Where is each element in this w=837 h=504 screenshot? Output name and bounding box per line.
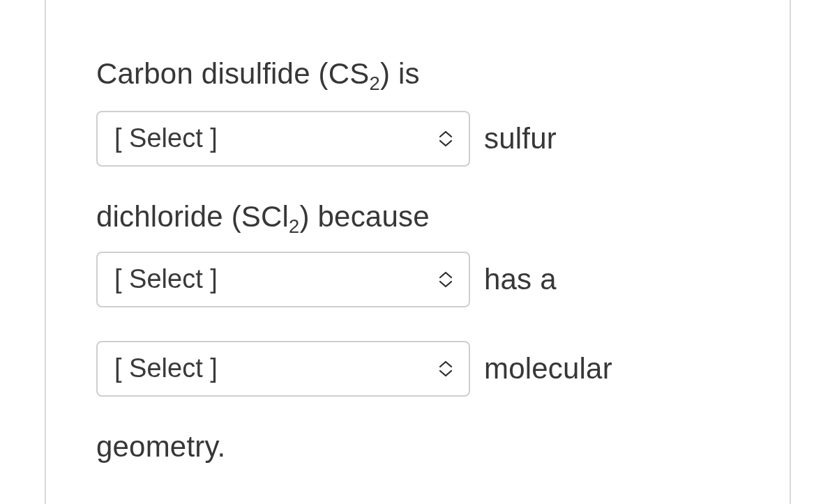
select-placeholder-text: [ Select ] (114, 123, 218, 153)
text-after-select-1: sulfur (484, 124, 557, 153)
question-line-3: geometry. (96, 430, 739, 464)
chevron-up-down-icon (438, 271, 453, 288)
chevron-up-down-icon (438, 360, 453, 377)
subscript: 2 (289, 215, 299, 237)
select-dropdown-3[interactable]: [ Select ] (96, 341, 470, 397)
select-dropdown-1[interactable]: [ Select ] (96, 111, 470, 167)
text-after-select-2: has a (484, 265, 557, 294)
text-fragment: ) is (380, 57, 420, 90)
question-container: Carbon disulfide (CS2) is [ Select ] sul… (45, 0, 791, 504)
select-placeholder-text: [ Select ] (114, 353, 218, 383)
select-row-1: [ Select ] sulfur (96, 111, 739, 167)
subscript: 2 (370, 72, 380, 94)
question-line-1: Carbon disulfide (CS2) is (96, 56, 739, 93)
question-line-2: dichloride (SCl2) because (96, 200, 739, 234)
text-after-select-3: molecular (484, 354, 612, 383)
select-row-3: [ Select ] molecular (96, 341, 739, 397)
select-row-2: [ Select ] has a (96, 252, 739, 307)
select-dropdown-2[interactable]: [ Select ] (96, 252, 470, 307)
text-fragment: dichloride (SCl (96, 200, 289, 233)
chevron-up-down-icon (438, 130, 453, 147)
text-fragment: ) because (300, 200, 430, 233)
select-placeholder-text: [ Select ] (114, 264, 218, 294)
text-fragment: Carbon disulfide (CS (96, 57, 370, 90)
